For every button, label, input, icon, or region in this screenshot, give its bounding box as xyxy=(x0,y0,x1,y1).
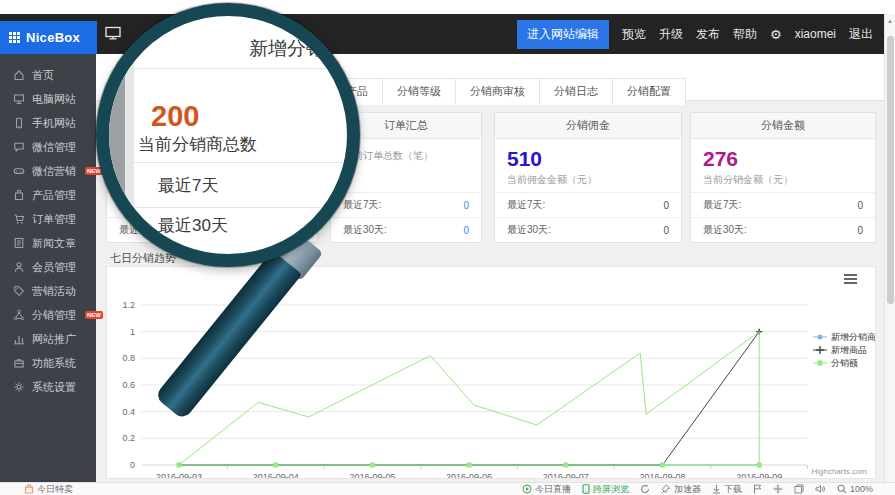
sidebar: 首页 电脑网站 手机网站 微信管理 微信营销 NEW 产品管理 订单管理 xyxy=(0,54,96,482)
refresh-icon xyxy=(640,484,650,494)
sidebar-item-news[interactable]: 新闻文章 xyxy=(0,231,96,255)
booster-item[interactable]: 加速器 xyxy=(661,483,701,495)
sidebar-item-members[interactable]: 会员管理 xyxy=(0,255,96,279)
phone-icon xyxy=(582,484,590,494)
admin-dashboard: NiceBox 进入网站编辑 预览 升级 发布 帮助 ⚙ xiaomei 退出 … xyxy=(0,0,895,495)
apps-grid-icon xyxy=(9,32,20,43)
preview-link[interactable]: 预览 xyxy=(622,26,646,43)
svg-text:2016-09-04: 2016-09-04 xyxy=(253,472,299,478)
chart-credit: Highcharts.com xyxy=(811,467,867,476)
lens-row-7d: 最近7天 xyxy=(158,174,218,197)
system-icon xyxy=(13,357,25,369)
tab-distribution-log[interactable]: 分销日志 xyxy=(539,78,613,105)
refresh-item[interactable] xyxy=(640,484,650,494)
today-sale-item[interactable]: 今日特卖 xyxy=(24,483,73,495)
scroll-up-icon[interactable]: ▲ xyxy=(885,14,895,24)
tab-distribution-config[interactable]: 分销配置 xyxy=(612,78,686,105)
rocket-icon xyxy=(661,484,671,494)
mobile-icon xyxy=(13,117,25,129)
speaker-item[interactable] xyxy=(815,484,826,494)
card-caption: 当前分销金额（元） xyxy=(703,173,863,187)
card-row: 最近30天:0 xyxy=(331,217,481,242)
svg-text:2016-09-06: 2016-09-06 xyxy=(446,472,492,478)
sale-bag-icon xyxy=(24,484,34,494)
card-title: 分销佣金 xyxy=(495,113,681,139)
window-item[interactable] xyxy=(794,484,804,494)
sidebar-item-distribution[interactable]: 分销管理 NEW xyxy=(0,303,96,327)
svg-text:2016-09-09: 2016-09-09 xyxy=(736,472,782,478)
sidebar-item-campaigns[interactable]: 营销活动 xyxy=(0,279,96,303)
fan-item[interactable] xyxy=(773,484,783,494)
svg-text:2016-09-08: 2016-09-08 xyxy=(639,472,685,478)
svg-text:2016-09-05: 2016-09-05 xyxy=(349,472,395,478)
window-icon xyxy=(794,484,804,494)
enter-site-edit-button[interactable]: 进入网站编辑 xyxy=(517,20,609,49)
card-row: 最近7天:0 xyxy=(495,192,681,217)
sidebar-item-orders[interactable]: 订单管理 xyxy=(0,207,96,231)
cross-screen-item[interactable]: 跨屏浏览 xyxy=(582,483,629,495)
sidebar-item-products[interactable]: 产品管理 xyxy=(0,183,96,207)
logo[interactable]: NiceBox xyxy=(0,21,97,54)
today-live-item[interactable]: 今日直播 xyxy=(522,483,571,495)
card-row: 最近30天:0 xyxy=(495,217,681,242)
username[interactable]: xiaomei xyxy=(795,27,836,41)
desktop-view-icon[interactable] xyxy=(105,26,121,40)
lens-caption: 当前分销商总数 xyxy=(138,133,257,156)
publish-link[interactable]: 发布 xyxy=(696,26,720,43)
home-icon xyxy=(13,69,25,81)
flag-icon xyxy=(753,484,762,494)
tab-bar: 分销产品 分销等级 分销商审核 分销日志 分销配置 xyxy=(310,78,686,105)
logout-link[interactable]: 退出 xyxy=(849,26,873,43)
sidebar-item-promotion[interactable]: 网站推广 xyxy=(0,327,96,351)
sidebar-item-wechat[interactable]: 微信管理 xyxy=(0,135,96,159)
topbar-right: 进入网站编辑 预览 升级 发布 帮助 ⚙ xiaomei 退出 xyxy=(517,14,873,54)
sidebar-item-home[interactable]: 首页 xyxy=(0,63,96,87)
sidebar-item-settings[interactable]: 系统设置 xyxy=(0,375,96,399)
help-link[interactable]: 帮助 xyxy=(733,26,757,43)
tab-distribution-levels[interactable]: 分销等级 xyxy=(382,78,456,105)
card-number: 276 xyxy=(703,147,863,171)
lens-row-30d: 最近30天 xyxy=(158,214,228,237)
upgrade-link[interactable]: 升级 xyxy=(659,26,683,43)
scrollbar-thumb[interactable] xyxy=(887,36,894,304)
tab-distributor-review[interactable]: 分销商审核 xyxy=(455,78,540,105)
svg-text:0.8: 0.8 xyxy=(122,353,135,363)
gear-icon[interactable]: ⚙ xyxy=(770,27,782,42)
logo-text: NiceBox xyxy=(26,30,80,45)
magnifier-icon xyxy=(837,484,847,494)
card-row: 最近7天:0 xyxy=(691,192,875,217)
fan-icon xyxy=(773,484,783,494)
speaker-icon xyxy=(815,484,826,494)
vertical-scrollbar[interactable]: ▲ xyxy=(884,14,895,482)
order-icon xyxy=(13,213,25,225)
svg-text:0.2: 0.2 xyxy=(122,433,135,443)
product-icon xyxy=(13,189,25,201)
sidebar-item-system-functions[interactable]: 功能系统 xyxy=(0,351,96,375)
chart-context-menu-icon[interactable] xyxy=(844,274,857,284)
lens-divider xyxy=(134,207,357,208)
card-number: 510 xyxy=(507,147,669,171)
zoom-level-item[interactable]: 100% xyxy=(837,484,873,494)
wechat-icon xyxy=(13,141,25,153)
lens-number: 200 xyxy=(151,100,199,133)
lens-divider xyxy=(134,162,357,163)
svg-text:0: 0 xyxy=(130,460,135,470)
download-item[interactable]: 下载 xyxy=(712,483,742,495)
campaign-icon xyxy=(13,285,25,297)
distribution-icon xyxy=(13,309,25,321)
card-row: 最近30天:0 xyxy=(691,217,875,242)
card-commission: 分销佣金 510 当前佣金金额（元） 最近7天:0 最近30天:0 xyxy=(494,112,682,243)
top-white-strip xyxy=(0,0,895,14)
flag-item[interactable] xyxy=(753,484,762,494)
card-caption: 当前订单总数（笔） xyxy=(343,149,469,163)
magnifier-lens: 新增分销商 200 当前分销商总数 最近7天 最近30天 xyxy=(96,3,360,267)
sidebar-item-wechat-marketing[interactable]: 微信营销 NEW xyxy=(0,159,96,183)
svg-text:1: 1 xyxy=(130,327,135,337)
wechat-marketing-icon xyxy=(13,165,25,177)
card-title: 分销金额 xyxy=(691,113,875,139)
sidebar-item-desktop-site[interactable]: 电脑网站 xyxy=(0,87,96,111)
card-distribution-amount: 分销金额 276 当前分销金额（元） 最近7天:0 最近30天:0 xyxy=(690,112,876,243)
sidebar-item-mobile-site[interactable]: 手机网站 xyxy=(0,111,96,135)
svg-text:2016-09-07: 2016-09-07 xyxy=(543,472,589,478)
svg-text:0.6: 0.6 xyxy=(122,380,135,390)
